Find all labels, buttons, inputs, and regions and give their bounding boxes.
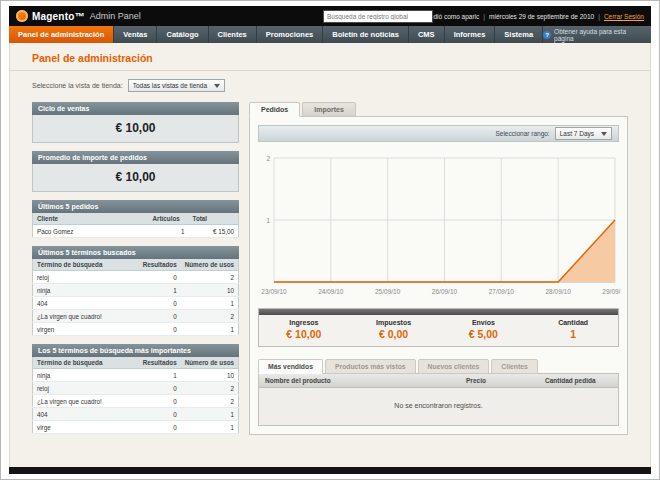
store-view-label: Seleccione la vista de tienda: <box>32 82 123 89</box>
totals-body: Ingresos € 10,00 Impuestos € 0,00 <box>259 315 618 346</box>
orders-chart: 1223/09/1024/09/1025/09/1026/09/1027/09/… <box>258 150 619 298</box>
help-link[interactable]: ? Obtener ayuda para esta página <box>543 26 651 43</box>
search-term-row[interactable]: ninja110 <box>33 284 239 297</box>
column-header[interactable]: Cantidad pedida <box>539 374 618 387</box>
nav-item[interactable]: Sistema <box>495 26 543 43</box>
last-orders-card: Últimos 5 pedidos Cliente Artículos Tota… <box>32 200 239 238</box>
dashboard-main: Ciclo de ventas € 10,00 Promedio de impo… <box>10 92 650 435</box>
svg-text:27/09/10: 27/09/10 <box>489 288 515 295</box>
card-title: Promedio de importe de pedidos <box>32 151 239 164</box>
diagram-box: Seleccionar rango: Last 7 Days 1223/09/1… <box>249 116 628 435</box>
header-date-text: miércoles 29 de septiembre de 2010 <box>489 13 594 20</box>
totals-bar: Ingresos € 10,00 Impuestos € 0,00 <box>258 308 619 347</box>
column-header: Cliente <box>33 213 149 225</box>
help-icon: ? <box>543 31 551 39</box>
nav-item[interactable]: Boletín de noticias <box>323 26 409 43</box>
search-term-row[interactable]: ¿La virgen que cuadro!02 <box>33 395 239 408</box>
help-label: Obtener ayuda para esta página <box>554 28 643 42</box>
separator: | <box>598 13 600 20</box>
bestsellers-grid: Nombre del producto Precio Cantidad pedi… <box>258 373 619 426</box>
order-row[interactable]: Paco Gomez1€ 15,00 <box>33 225 239 238</box>
total-label: Ingresos <box>259 319 349 326</box>
search-term-row[interactable]: virgen01 <box>33 323 239 336</box>
separator: | <box>483 13 485 20</box>
search-term-row[interactable]: virge01 <box>33 421 239 434</box>
total-cell: Envíos € 5,00 <box>439 319 529 340</box>
header-user-area: Accedió como aparic | miércoles 29 de se… <box>419 13 644 20</box>
svg-text:2: 2 <box>266 155 270 162</box>
column-header: Término de búsqueda <box>33 357 139 369</box>
nav-items: Panel de administración Ventas Catálogo … <box>9 26 543 43</box>
card-title: Últimos 5 pedidos <box>32 200 239 213</box>
total-value: € 10,00 <box>259 328 349 340</box>
main-nav: Panel de administración Ventas Catálogo … <box>9 26 651 43</box>
store-view-select[interactable]: Todas las vistas de tienda <box>128 79 225 92</box>
nav-item[interactable]: Catálogo <box>157 26 208 43</box>
content-area: Panel de administración Seleccione la vi… <box>9 43 651 467</box>
brand-subtitle: Admin Panel <box>90 11 141 21</box>
nav-item[interactable]: Panel de administración <box>9 26 114 43</box>
range-select[interactable]: Last 7 Days <box>555 127 612 140</box>
nav-item[interactable]: Informes <box>445 26 496 43</box>
dashboard-panel: Pedidos Importes Seleccionar rango: Last… <box>249 102 628 435</box>
lifetime-sales-card: Ciclo de ventas € 10,00 <box>32 102 239 143</box>
chevron-down-icon <box>601 132 607 136</box>
last-search-terms-table: Término de búsqueda Resultados Número de… <box>32 259 239 336</box>
average-orders-value: € 10,00 <box>32 164 239 192</box>
column-header: Término de búsqueda <box>33 259 139 271</box>
grid-header: Nombre del producto Precio Cantidad pedi… <box>259 374 618 388</box>
total-cell: Ingresos € 10,00 <box>259 319 349 340</box>
store-switcher: Seleccione la vista de tienda: Todas las… <box>10 71 650 92</box>
range-value: Last 7 Days <box>560 130 594 137</box>
store-view-value: Todas las vistas de tienda <box>133 82 207 89</box>
lifetime-sales-value: € 10,00 <box>32 115 239 143</box>
column-header: Artículos <box>149 213 189 225</box>
total-label: Impuestos <box>349 319 439 326</box>
column-header[interactable]: Nombre del producto <box>259 374 460 387</box>
magento-logo-icon <box>16 10 28 22</box>
diagram-tabs: Pedidos Importes <box>249 102 628 117</box>
total-value: € 0,00 <box>349 328 439 340</box>
grid-tab[interactable]: Nuevos clientes <box>418 359 490 374</box>
column-header: Resultados <box>139 259 181 271</box>
nav-item[interactable]: CMS <box>409 26 445 43</box>
search-term-row[interactable]: ninja110 <box>33 369 239 382</box>
search-term-row[interactable]: ¿La virgen que cuadro!02 <box>33 310 239 323</box>
nav-item[interactable]: Ventas <box>114 26 157 43</box>
last-orders-table: Cliente Artículos Total Paco Gomez1€ 15,… <box>32 213 239 238</box>
column-header: Total <box>189 213 239 225</box>
svg-text:1: 1 <box>266 217 270 224</box>
grid-tab[interactable]: Clientes <box>491 359 537 374</box>
search-term-row[interactable]: reloj02 <box>33 382 239 395</box>
range-label: Seleccionar rango: <box>495 130 549 137</box>
svg-text:24/09/10: 24/09/10 <box>318 288 344 295</box>
range-bar: Seleccionar rango: Last 7 Days <box>258 125 619 142</box>
column-header: Número de usos <box>181 259 239 271</box>
total-value: € 5,00 <box>439 328 529 340</box>
search-term-row[interactable]: reloj02 <box>33 271 239 284</box>
global-search-input[interactable] <box>323 10 433 23</box>
logout-link[interactable]: Cerrar Sesión <box>604 13 644 20</box>
top-search-terms-table: Término de búsqueda Resultados Número de… <box>32 357 239 434</box>
column-header[interactable]: Precio <box>460 374 539 387</box>
card-title: Ciclo de ventas <box>32 102 239 115</box>
grid-tab[interactable]: Más vendidos <box>258 359 323 374</box>
total-value: 1 <box>528 328 618 340</box>
total-cell: Impuestos € 0,00 <box>349 319 439 340</box>
empty-records-message: No se encontraron registros. <box>259 388 618 425</box>
diagram-tab[interactable]: Importes <box>302 102 356 117</box>
page-title: Panel de administración <box>32 52 628 64</box>
nav-item[interactable]: Clientes <box>209 26 257 43</box>
magento-admin-dashboard: Magento™ Admin Panel Accedió como aparic… <box>0 0 660 480</box>
footer-bar <box>9 467 651 474</box>
grid-tab[interactable]: Productos más vistos <box>325 359 416 374</box>
svg-text:26/09/10: 26/09/10 <box>432 288 458 295</box>
svg-text:25/09/10: 25/09/10 <box>375 288 401 295</box>
svg-text:29/09/10: 29/09/10 <box>602 288 621 295</box>
search-term-row[interactable]: 40401 <box>33 408 239 421</box>
diagram-tab[interactable]: Pedidos <box>249 102 300 117</box>
total-label: Envíos <box>439 319 529 326</box>
search-term-row[interactable]: 40401 <box>33 297 239 310</box>
nav-item[interactable]: Promociones <box>257 26 324 43</box>
average-orders-card: Promedio de importe de pedidos € 10,00 <box>32 151 239 192</box>
